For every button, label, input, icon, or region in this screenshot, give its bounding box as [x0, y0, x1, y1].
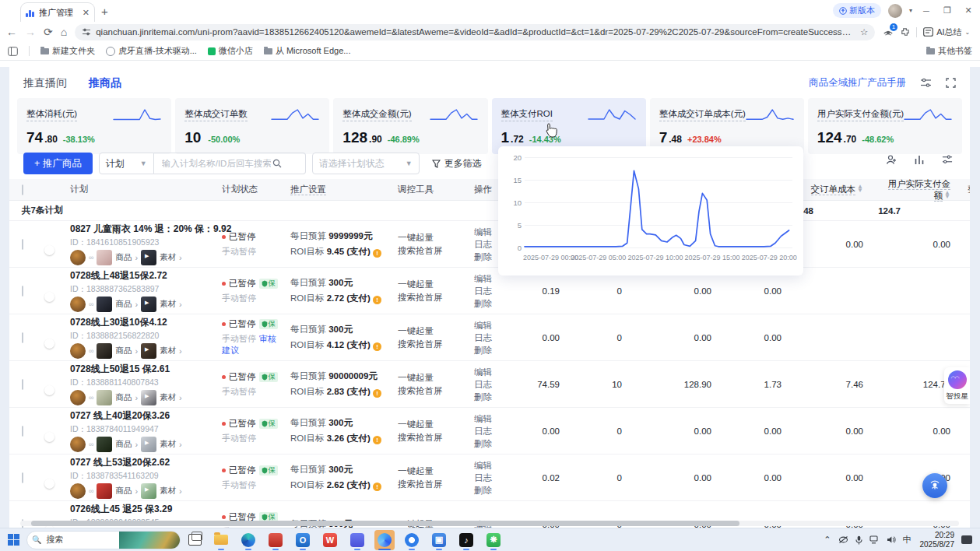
site-info-icon[interactable] [82, 27, 91, 37]
tool-link[interactable]: 一键起量 [398, 278, 468, 291]
tool-link[interactable]: 一键起量 [398, 418, 468, 431]
operation-link[interactable]: 删除 [474, 344, 504, 356]
taskbar-app-outlook[interactable]: O [293, 530, 313, 550]
operation-link[interactable]: 日志 [474, 332, 504, 344]
bookmark-item[interactable]: 新建文件夹 [40, 45, 95, 57]
tool-link[interactable]: 一键起量 [398, 371, 468, 384]
plan-title[interactable]: 0728线上30退10保4.12 [70, 316, 216, 329]
plan-search-input-wrap[interactable] [154, 153, 306, 174]
plan-title[interactable]: 0726线上45 退25 保3.29 [70, 503, 216, 516]
window-close-button[interactable]: ✕ [961, 5, 975, 16]
plan-title[interactable]: 0727 线上40退20保3.26 [70, 409, 216, 423]
tool-link[interactable]: 一键起量 [398, 231, 468, 244]
column-chart-icon[interactable] [914, 154, 925, 165]
product-link[interactable]: 商品 [115, 346, 132, 356]
product-link[interactable]: 商品 [115, 392, 132, 403]
material-thumbnail[interactable] [141, 343, 156, 359]
operation-link[interactable]: 编辑 [474, 459, 504, 472]
material-link[interactable]: 素材 [160, 486, 176, 497]
product-manual-link[interactable]: 商品全域推广产品手册 [809, 76, 906, 89]
info-icon[interactable]: ! [373, 249, 381, 258]
row-checkbox[interactable] [22, 472, 23, 483]
material-thumbnail[interactable] [141, 437, 156, 452]
info-icon[interactable]: ! [373, 296, 381, 304]
material-thumbnail[interactable] [141, 483, 156, 499]
plan-title[interactable]: 0728线上50退15 保2.61 [70, 363, 216, 376]
material-link[interactable]: 素材 [160, 439, 176, 450]
tool-link[interactable]: 一键起量 [398, 465, 468, 478]
product-thumbnail[interactable] [97, 297, 112, 312]
tool-link[interactable]: 搜索抢首屏 [398, 384, 468, 398]
profile-caret-icon[interactable]: ▾ [909, 7, 912, 14]
task-view-button[interactable] [188, 534, 202, 546]
product-link[interactable]: 商品 [115, 439, 132, 450]
operation-link[interactable]: 编辑 [474, 319, 504, 332]
refresh-button[interactable]: ⟳ [44, 26, 53, 37]
row-checkbox[interactable] [22, 379, 23, 390]
promote-product-button[interactable]: + 推广商品 [23, 153, 93, 174]
header-numeric-5[interactable]: 交订单成本▲ ▼ [796, 184, 877, 195]
operation-link[interactable]: 日志 [474, 378, 504, 391]
product-link[interactable]: 商品 [115, 486, 132, 497]
notifications-icon[interactable] [961, 535, 972, 544]
taskbar-app-qianchuan-active[interactable] [374, 530, 395, 550]
display-settings-icon[interactable] [920, 78, 932, 88]
stat-card-1[interactable]: 整体消耗(元)74.80-38.13% [17, 98, 171, 154]
header-numeric-6[interactable]: 用户实际支付金额▲ ▼ [877, 178, 964, 202]
forward-button[interactable]: → [25, 26, 36, 37]
info-icon[interactable]: ! [373, 342, 381, 351]
more-filters-button[interactable]: 更多筛选 [432, 157, 482, 170]
window-maximize-button[interactable]: ❐ [940, 5, 954, 16]
info-icon[interactable]: ! [373, 436, 381, 444]
account-avatar[interactable] [70, 390, 86, 405]
info-icon[interactable]: ! [373, 389, 381, 398]
bookmark-item[interactable]: 从 Microsoft Edge... [264, 45, 351, 57]
custom-audience-icon[interactable] [886, 154, 897, 165]
row-checkbox[interactable] [22, 426, 23, 437]
plan-type-select[interactable]: 计划▼ [99, 153, 154, 174]
table-settings-icon[interactable] [942, 154, 953, 165]
bookmark-star-icon[interactable]: ☆ [860, 26, 868, 37]
tab-close-icon[interactable]: ✕ [83, 8, 90, 18]
taskbar-app-wps[interactable]: W [320, 530, 340, 550]
tool-link[interactable]: 搜索抢首屏 [398, 431, 468, 444]
material-link[interactable]: 素材 [160, 252, 176, 263]
account-avatar[interactable] [70, 483, 86, 499]
taskbar-app-red-app[interactable] [265, 530, 286, 550]
assistant-widget[interactable]: 智投星 [944, 367, 970, 404]
operation-link[interactable]: 删除 [474, 297, 504, 310]
operation-link[interactable]: 编辑 [474, 366, 504, 378]
plan-title[interactable]: 0827 儿童雨衣 14% 退：20% 保：9.92 [70, 223, 216, 236]
material-link[interactable]: 素材 [160, 392, 176, 403]
taskbar-app-blue-dot-app[interactable] [402, 530, 422, 550]
account-avatar[interactable] [70, 437, 86, 452]
product-thumbnail[interactable] [97, 437, 112, 452]
browser-tab[interactable]: 推广管理 ✕ [20, 2, 95, 22]
sort-icon[interactable]: ▲ ▼ [857, 184, 863, 192]
bookmark-item[interactable]: 虎牙直播-技术驱动... [106, 45, 197, 57]
taskbar-clock[interactable]: 20:29 2025/8/27 [920, 531, 955, 549]
select-all-checkbox[interactable] [22, 184, 23, 195]
volume-icon[interactable] [887, 535, 896, 544]
tray-expand-icon[interactable]: ⌃ [824, 535, 831, 545]
plan-status-select[interactable]: 请选择计划状态▼ [312, 153, 420, 174]
operation-link[interactable]: 日志 [474, 285, 504, 297]
url-bar[interactable]: qianchuan.jinritemai.com/uni-prom?aavid=… [75, 24, 875, 40]
stat-card-6[interactable]: 用户实际支付金额(元)124.70-48.62% [808, 98, 962, 154]
row-checkbox[interactable] [22, 332, 23, 343]
row-checkbox[interactable] [22, 239, 23, 250]
side-panel-icon[interactable] [8, 47, 18, 56]
plan-title[interactable]: 0727 线上53退20保2.62 [70, 456, 216, 469]
taskbar-app-file-explorer[interactable] [211, 530, 231, 550]
extensions-icon[interactable] [900, 27, 910, 37]
tool-link[interactable]: 搜索抢首屏 [398, 244, 468, 258]
tool-link[interactable]: 搜索抢首屏 [398, 338, 468, 351]
plan-title[interactable]: 0728线上48退15保2.72 [70, 269, 216, 283]
taskbar-app-purple-app[interactable] [347, 530, 367, 550]
scrollbar-thumb[interactable] [31, 521, 739, 526]
pen-device-icon[interactable] [838, 535, 848, 544]
header-status[interactable]: 计划状态 [219, 184, 287, 195]
operation-link[interactable]: 编辑 [474, 412, 504, 425]
search-icon[interactable] [272, 159, 282, 168]
back-button[interactable]: ← [6, 26, 17, 37]
